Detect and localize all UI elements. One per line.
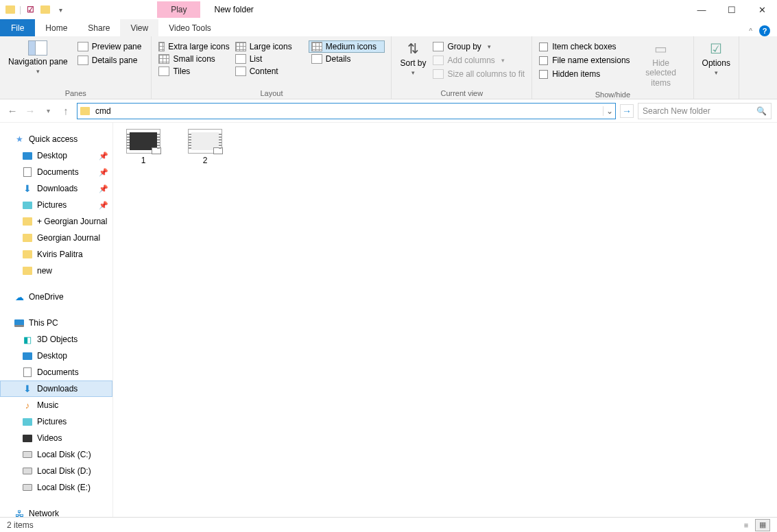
layout-group-label: Layout — [156, 89, 387, 99]
document-icon — [22, 167, 33, 178]
content-button[interactable]: Content — [232, 65, 309, 77]
home-tab[interactable]: Home — [35, 19, 77, 36]
checkbox-icon — [539, 56, 548, 65]
play-context-tab[interactable]: Play — [157, 1, 200, 18]
sidebar-georgian-plus[interactable]: + Georgian Journal — [0, 213, 112, 230]
sidebar-videos[interactable]: Videos — [0, 430, 112, 446]
sidebar-network[interactable]: 🖧Network — [0, 505, 112, 517]
address-input[interactable] — [93, 106, 603, 116]
content-label: Content — [250, 66, 278, 76]
ribbon-group-options: ☑ Options ▾ — [694, 36, 739, 99]
sidebar-new[interactable]: new — [0, 263, 112, 279]
help-icon[interactable]: ? — [759, 25, 770, 36]
large-icons-button[interactable]: Large icons — [232, 40, 309, 53]
details-view-toggle[interactable]: ≡ — [739, 519, 754, 531]
item-check-boxes-label: Item check boxes — [552, 42, 616, 51]
sidebar-pictures-pc[interactable]: Pictures — [0, 413, 112, 430]
sort-by-button[interactable]: ⇅ Sort by ▾ — [396, 38, 430, 80]
navigation-pane-button[interactable]: Navigation pane ▾ — [4, 38, 72, 78]
medium-icons-button[interactable]: Medium icons — [309, 40, 385, 53]
desktop-label: Desktop — [37, 151, 67, 160]
address-bar[interactable]: ⌄ — [77, 103, 616, 119]
pictures-icon — [22, 416, 33, 427]
sort-by-label: Sort by — [400, 58, 426, 68]
sidebar-disk-e[interactable]: Local Disk (E:) — [0, 479, 112, 496]
view-tab[interactable]: View — [120, 19, 158, 36]
large-label: Large icons — [250, 42, 292, 51]
item-check-boxes-checkbox[interactable]: Item check boxes — [536, 40, 632, 53]
search-box[interactable]: 🔍 — [638, 103, 772, 119]
list-button[interactable]: List — [232, 53, 309, 65]
sidebar-quick-access[interactable]: ★Quick access — [0, 131, 112, 147]
properties-icon[interactable]: ☑ — [23, 2, 38, 17]
quick-access-label: Quick access — [29, 134, 77, 144]
tiles-button[interactable]: Tiles — [156, 65, 232, 77]
options-button[interactable]: ☑ Options ▾ — [698, 38, 734, 80]
sidebar-disk-c[interactable]: Local Disk (C:) — [0, 446, 112, 463]
sidebar-music[interactable]: ♪Music — [0, 397, 112, 413]
size-all-columns-button[interactable]: Size all columns to fit — [430, 68, 527, 80]
file-name-extensions-checkbox[interactable]: File name extensions — [536, 54, 632, 66]
new-folder-icon[interactable] — [38, 2, 53, 17]
icons-view-toggle[interactable]: ▦ — [755, 519, 770, 531]
search-input[interactable] — [643, 106, 756, 116]
file-extensions-label: File name extensions — [552, 56, 630, 65]
options-icon: ☑ — [710, 40, 722, 57]
sidebar-onedrive[interactable]: ☁OneDrive — [0, 289, 112, 305]
file-item-1[interactable]: 1 — [123, 130, 164, 165]
extra-large-icons-button[interactable]: Extra large icons — [156, 40, 232, 53]
sidebar-downloads-pc[interactable]: ⬇Downloads — [0, 380, 112, 397]
qat-dropdown-icon[interactable]: ▾ — [53, 2, 68, 17]
video-tools-tab[interactable]: Video Tools — [158, 19, 222, 36]
back-button[interactable]: ← — [5, 104, 19, 118]
file-tab[interactable]: File — [0, 19, 35, 36]
recent-dropdown-icon[interactable]: ▾ — [41, 104, 55, 118]
hide-selected-items-button[interactable]: ▭ Hide selected items — [633, 38, 689, 90]
close-button[interactable]: ✕ — [747, 0, 777, 19]
status-bar: 2 items ≡ ▦ — [0, 517, 777, 532]
sidebar-pictures-qa[interactable]: Pictures📌 — [0, 197, 112, 213]
sidebar-downloads-qa[interactable]: ⬇Downloads📌 — [0, 180, 112, 197]
sidebar-documents-pc[interactable]: Documents — [0, 364, 112, 380]
file-name-1: 1 — [141, 156, 146, 165]
pin-icon: 📌 — [99, 168, 108, 177]
sidebar-documents[interactable]: Documents📌 — [0, 164, 112, 180]
sidebar-3d-objects[interactable]: ◧3D Objects — [0, 331, 112, 348]
window-title: New folder — [200, 5, 253, 14]
onedrive-label: OneDrive — [29, 292, 64, 302]
file-item-2[interactable]: 2 — [184, 130, 226, 165]
hidden-items-checkbox[interactable]: Hidden items — [536, 68, 632, 80]
ribbon-group-panes: Navigation pane ▾ Preview pane Details p… — [0, 36, 152, 99]
disk-d-label: Local Disk (D:) — [37, 466, 91, 476]
small-icons-button[interactable]: Small icons — [156, 53, 232, 65]
navigation-pane-icon — [28, 40, 47, 56]
details-button[interactable]: Details — [309, 53, 385, 65]
sidebar-this-pc[interactable]: This PC — [0, 315, 112, 331]
go-button[interactable]: → — [620, 104, 634, 118]
forward-button[interactable]: → — [23, 104, 37, 118]
downloads-label: Downloads — [37, 184, 77, 193]
sidebar-desktop[interactable]: Desktop📌 — [0, 147, 112, 164]
ribbon-collapse-icon[interactable]: ^ — [749, 27, 752, 35]
maximize-button[interactable]: ☐ — [717, 0, 747, 19]
minimize-button[interactable]: — — [686, 0, 717, 19]
options-group-label — [698, 89, 734, 99]
share-tab[interactable]: Share — [77, 19, 120, 36]
folder-icon — [22, 216, 33, 227]
file-list[interactable]: 1 2 — [113, 123, 777, 517]
desktop2-label: Desktop — [37, 351, 67, 361]
sidebar-georgian[interactable]: Georgian Journal — [0, 230, 112, 246]
sidebar-kviris[interactable]: Kviris Palitra — [0, 246, 112, 263]
list-label: List — [250, 54, 263, 64]
sidebar-disk-d[interactable]: Local Disk (D:) — [0, 463, 112, 479]
details-pane-button[interactable]: Details pane — [75, 54, 145, 66]
content-area: ★Quick access Desktop📌 Documents📌 ⬇Downl… — [0, 123, 777, 517]
kviris-label: Kviris Palitra — [37, 250, 83, 259]
up-button[interactable]: ↑ — [59, 104, 73, 118]
group-by-button[interactable]: Group by▾ — [430, 40, 527, 53]
preview-pane-button[interactable]: Preview pane — [75, 40, 145, 53]
address-dropdown-icon[interactable]: ⌄ — [603, 106, 615, 116]
star-icon: ★ — [14, 134, 25, 145]
sidebar-desktop-pc[interactable]: Desktop — [0, 348, 112, 364]
add-columns-button[interactable]: Add columns▾ — [430, 54, 527, 66]
